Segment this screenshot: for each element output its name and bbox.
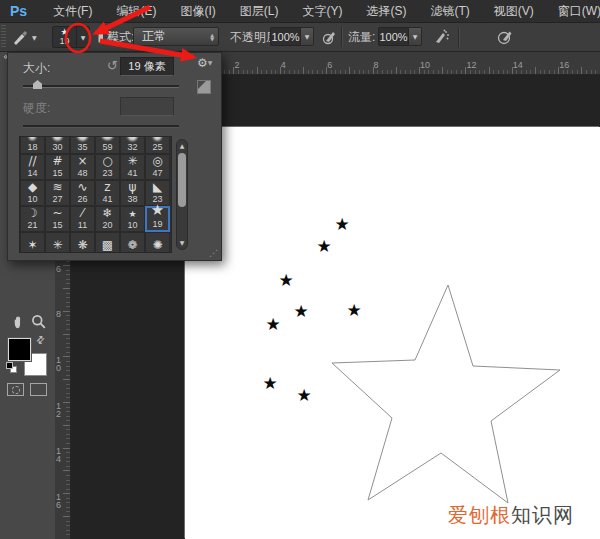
brush-preset-cell[interactable]: ●25 <box>145 136 170 154</box>
brush-preset-icon: ★ <box>121 207 144 220</box>
brush-preset-cell[interactable]: ψ38 <box>120 180 145 206</box>
flow-dropdown-arrow[interactable]: ▼ <box>409 27 422 46</box>
brush-preset-size: 21 <box>27 220 37 231</box>
brush-preset-cell[interactable]: ✶ <box>20 232 45 253</box>
canvas[interactable]: ★★★★★★★★ 爱刨根知识网 <box>185 127 600 539</box>
brush-preview-button[interactable]: ★ 19 <box>52 26 77 48</box>
opacity-pressure-icon[interactable] <box>320 23 338 51</box>
hand-tool[interactable] <box>9 313 26 330</box>
v-ruler-number: 10 <box>56 356 65 372</box>
brush-preset-cell[interactable]: ◎47 <box>145 154 170 180</box>
brush-preset-cell[interactable]: ≋27 <box>45 180 70 206</box>
new-preset-icon[interactable] <box>197 80 211 94</box>
brush-tool-caret-icon[interactable]: ▼ <box>32 34 37 41</box>
brush-preset-icon: ✳ <box>46 233 69 253</box>
brush-preset-cell[interactable]: ✳ <box>45 232 70 253</box>
brush-preset-icon: ○ <box>96 154 119 168</box>
options-bar-grip[interactable] <box>1 25 6 49</box>
brush-preset-cell[interactable]: ★10 <box>120 206 145 232</box>
opacity-dropdown-arrow[interactable]: ▼ <box>301 27 314 46</box>
brush-preset-cell[interactable]: ◆10 <box>20 180 45 206</box>
menu-item-7[interactable]: 视图(V) <box>482 0 546 22</box>
scroll-up-icon[interactable]: ▲ <box>177 142 187 150</box>
brush-preset-cell[interactable]: ☽21 <box>20 206 45 232</box>
painted-star-icon: ★ <box>334 216 349 233</box>
size-input[interactable]: 19 像素 <box>120 57 174 76</box>
brush-preset-cell[interactable]: ○23 <box>95 154 120 180</box>
brush-preset-icon: ▩ <box>96 233 119 253</box>
brush-preset-size: 18 <box>27 142 37 153</box>
grid-scrollbar[interactable]: ▲ ▼ <box>176 139 188 250</box>
painted-star-icon: ★ <box>316 238 331 255</box>
painted-star-icon: ★ <box>296 387 311 404</box>
blend-mode-value: 正常 <box>142 28 166 45</box>
brush-preset-cell[interactable]: ~15 <box>45 206 70 232</box>
brush-preset-size: 27 <box>52 194 62 205</box>
zoom-tool[interactable] <box>30 313 47 330</box>
airbrush-icon[interactable] <box>432 23 450 51</box>
opacity-value: 100% <box>271 31 299 43</box>
panel-resize-grip[interactable]: ⋰ <box>209 249 218 258</box>
brush-preset-cell[interactable]: ▩ <box>95 232 120 253</box>
brush-preset-size: 30 <box>52 142 62 153</box>
menu-item-6[interactable]: 滤镜(T) <box>418 0 481 22</box>
brush-preset-size: 15 <box>52 168 62 179</box>
brush-preset-cell[interactable]: z41 <box>95 180 120 206</box>
opacity-input[interactable]: 100% <box>270 27 301 46</box>
v-ruler-number: 12 <box>56 402 65 418</box>
menu-item-3[interactable]: 图层(L) <box>228 0 291 22</box>
scroll-down-icon[interactable]: ▼ <box>177 239 187 247</box>
brush-tool-icon[interactable]: ▼ <box>10 23 37 51</box>
brush-preset-cell[interactable]: ★19 <box>145 206 170 232</box>
brush-preset-cell[interactable]: ●35 <box>70 136 95 154</box>
brush-preset-cell[interactable]: #15 <box>45 154 70 180</box>
foreground-color-swatch[interactable] <box>8 338 31 361</box>
brush-preset-cell[interactable]: ●59 <box>95 136 120 154</box>
brush-preset-cell[interactable]: //14 <box>20 154 45 180</box>
menu-items: 文件(F)编辑(E)图像(I)图层(L)文字(Y)选择(S)滤镜(T)视图(V)… <box>41 0 600 22</box>
brush-preset-cell[interactable]: ∿26 <box>70 180 95 206</box>
size-pressure-icon[interactable] <box>496 23 514 51</box>
menu-item-5[interactable]: 选择(S) <box>354 0 418 22</box>
size-slider-thumb[interactable] <box>33 80 42 89</box>
brush-preset-cell[interactable]: ⁄11 <box>70 206 95 232</box>
flow-input[interactable]: 100% <box>378 27 409 46</box>
screen-mode-button[interactable] <box>30 383 47 396</box>
brush-preset-cell[interactable]: ❁ <box>120 232 145 253</box>
brush-preset-cell[interactable]: ×48 <box>70 154 95 180</box>
brush-preset-cell[interactable]: ❋ <box>70 232 95 253</box>
reset-size-icon[interactable]: ↺ <box>107 59 118 72</box>
v-ruler-number: 14 <box>56 447 65 463</box>
brush-preset-cell[interactable]: ❄20 <box>95 206 120 232</box>
size-slider[interactable] <box>23 85 179 88</box>
menu-item-0[interactable]: 文件(F) <box>41 0 104 22</box>
brush-preset-cell[interactable]: ✺ <box>145 232 170 253</box>
quick-mask-button[interactable] <box>7 383 24 396</box>
flow-value: 100% <box>379 31 407 43</box>
brush-preset-icon: # <box>46 154 69 168</box>
menu-item-2[interactable]: 图像(I) <box>168 0 227 22</box>
brush-preset-cell[interactable]: ✳41 <box>120 154 145 180</box>
preset-row-1: //14#15×48○23✳41◎47 <box>20 154 170 180</box>
menu-item-4[interactable]: 文字(Y) <box>290 0 354 22</box>
default-colors-icon[interactable] <box>6 362 18 374</box>
brush-picker-dropdown-arrow[interactable]: ▼ <box>77 26 90 48</box>
brush-preset-icon: ◣ <box>146 180 169 194</box>
brush-preset-size: 47 <box>152 168 162 179</box>
menu-item-8[interactable]: 窗口(W) <box>546 0 600 22</box>
brush-preset-size: 26 <box>77 194 87 205</box>
brush-preset-cell[interactable]: ●30 <box>45 136 70 154</box>
brush-preset-cell[interactable]: ●18 <box>20 136 45 154</box>
brush-preset-size: 59 <box>102 142 112 153</box>
scrollbar-thumb[interactable] <box>178 153 186 207</box>
brush-preset-size: 14 <box>27 168 37 179</box>
panel-menu-gear-icon[interactable]: ⚙▼ <box>197 57 212 69</box>
preset-row-4: ✶✳❋▩❁✺ <box>20 232 170 253</box>
painted-star-icon: ★ <box>293 303 308 320</box>
swap-colors-icon[interactable]: ⇄ <box>33 333 47 347</box>
painted-star-icon: ★ <box>265 316 280 333</box>
brush-preset-cell[interactable]: ●32 <box>120 136 145 154</box>
blend-mode-select[interactable]: 正常 ▲▼ <box>133 27 219 46</box>
painted-star-icon: ★ <box>278 272 293 289</box>
menu-item-1[interactable]: 编辑(E) <box>104 0 168 22</box>
